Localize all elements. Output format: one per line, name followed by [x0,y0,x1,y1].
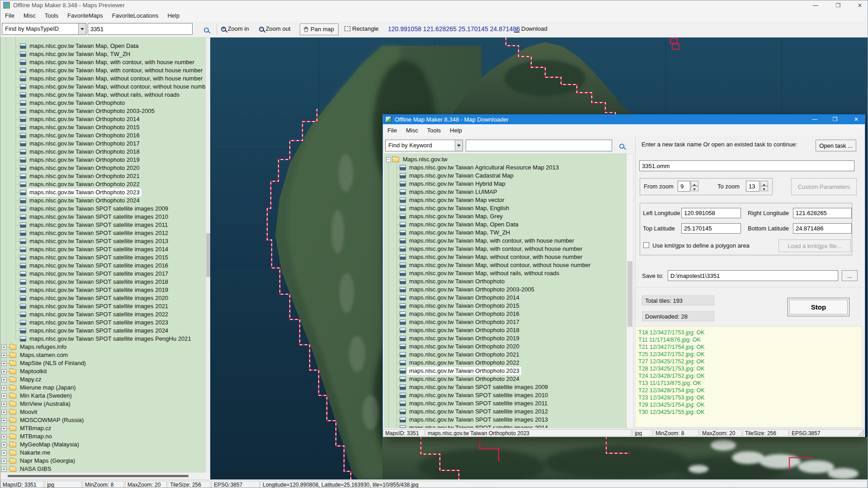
dialog-tree-vscrollbar[interactable] [626,154,634,429]
tree-item[interactable]: MyGeoMap (Malaysia) [0,441,205,449]
tree-item[interactable]: maps.nlsc.gov.tw Taiwan SPOT satellite i… [385,391,626,399]
dialog-minimize-button[interactable]: — [808,115,821,124]
tree-item[interactable]: maps.nlsc.gov.tw Taiwan Map, Grey [385,212,626,221]
dialog-close-button[interactable]: ✕ [849,115,863,124]
spinner-down-icon[interactable] [760,186,768,191]
tree-item[interactable]: maps.nlsc.gov.tw Taiwan Orthophoto 2022 [0,180,205,188]
tree-item[interactable]: maps.nlsc.gov.tw Taiwan Orthophoto 2024 [0,197,205,205]
expand-icon[interactable] [1,353,6,358]
tree-item[interactable]: maps.nlsc.gov.tw Taiwan SPOT satellite i… [0,262,205,270]
tree-item[interactable]: maps.nlsc.gov.tw Taiwan Map, without rai… [0,91,205,99]
tree-item[interactable]: maps.nlsc.gov.tw Taiwan Orthophoto 2018 [0,148,205,156]
left-tree-hscrollbar[interactable] [0,473,205,479]
tree-item[interactable]: maps.nlsc.gov.tw Taiwan Map vector [385,196,626,204]
expand-icon[interactable] [1,369,6,374]
tree-item[interactable]: Nakarte.me [0,449,205,457]
tree-item[interactable]: Mapy.cz [0,375,205,384]
tree-item[interactable]: MTBmap.no [0,432,205,441]
tree-item[interactable]: maps.nlsc.gov.tw Taiwan Hybrid Map [385,180,626,188]
tree-item[interactable]: maps.nlsc.gov.tw Taiwan SPOT satellite i… [0,213,205,221]
menu-item[interactable]: File [383,124,401,134]
to-zoom-input[interactable] [746,181,760,192]
resize-grip[interactable] [859,430,864,436]
expand-icon[interactable] [1,467,6,472]
tree-item[interactable]: Maptoolkit [0,367,205,375]
custom-parameters-button[interactable]: Custom Parameters [791,178,857,195]
tree-item[interactable]: maps.nlsc.gov.tw Taiwan SPOT satellite i… [0,253,205,262]
tree-item[interactable]: Maps.stamen.com [0,351,205,359]
expand-icon[interactable] [1,377,6,382]
tree-item[interactable]: maps.nlsc.gov.tw Taiwan Map, TW_ZH [0,50,205,58]
search-button[interactable] [198,24,214,35]
tree-item[interactable]: maps.nlsc.gov.tw Taiwan SPOT satellite i… [0,229,205,237]
tree-item[interactable]: maps.nlsc.gov.tw Taiwan Map, without con… [0,75,205,83]
tree-item[interactable]: maps.nlsc.gov.tw Taiwan SPOT satellite i… [385,399,626,408]
spinner-up-icon[interactable] [691,181,698,186]
to-zoom-stepper[interactable] [760,181,769,192]
download-log[interactable]: T18 12/3427/1753.jpg: OKT11 11/1714/876.… [635,326,862,427]
rectangle-select-button[interactable]: Rectangle [342,23,382,35]
top-latitude-input[interactable] [681,223,741,234]
tree-root-item[interactable]: Maps.nlsc.gov.tw [385,155,626,164]
tree-item[interactable]: maps.nlsc.gov.tw Taiwan SPOT satellite i… [0,270,205,278]
spinner-up-icon[interactable] [760,181,768,186]
tree-item[interactable]: Maps.refuges.info [0,343,205,351]
menu-item[interactable]: Help [445,124,467,134]
open-task-button[interactable]: Open task ... [816,140,856,151]
bottom-latitude-input[interactable] [793,223,852,234]
menu-item[interactable]: FavoriteLocations [108,10,163,19]
tree-item[interactable]: maps.nlsc.gov.tw Taiwan Agricultural Res… [385,164,626,172]
search-input[interactable] [88,23,193,35]
load-kml-button[interactable]: Load a kml/gpx file... [778,239,851,252]
tree-item[interactable]: maps.nlsc.gov.tw Taiwan Orthophoto 2024 [385,375,626,383]
expand-icon[interactable] [1,442,6,447]
tree-item[interactable]: maps.nlsc.gov.tw Taiwan Map, TW_ZH [385,229,626,237]
tree-item[interactable]: Mierune map (Japan) [0,384,205,392]
expand-icon[interactable] [1,385,6,390]
expand-icon[interactable] [1,459,6,464]
tree-item[interactable]: maps.nlsc.gov.tw Taiwan SPOT satellite i… [385,408,626,416]
tree-item[interactable]: maps.nlsc.gov.tw Taiwan Map, with contou… [0,66,205,75]
tree-item[interactable]: maps.nlsc.gov.tw Taiwan SPOT satellite i… [0,302,205,310]
spinner-down-icon[interactable] [691,186,698,191]
browse-button[interactable]: ... [842,270,858,281]
tree-item[interactable]: Napr Maps (Georgia) [0,457,205,465]
tree-item[interactable]: maps.nlsc.gov.tw Taiwan Orthophoto 2015 [385,302,626,310]
tree-item[interactable]: maps.nlsc.gov.tw Taiwan Orthophoto 2022 [385,359,626,367]
tree-item[interactable]: maps.nlsc.gov.tw Taiwan SPOT satellite i… [0,237,205,245]
tree-item[interactable]: maps.nlsc.gov.tw Taiwan LUIMAP [385,188,626,196]
tree-item[interactable]: maps.nlsc.gov.tw Taiwan Map, Open Data [0,42,205,50]
tree-item[interactable]: maps.nlsc.gov.tw Taiwan Cadastral Map [385,172,626,180]
chevron-down-icon[interactable] [455,140,462,151]
tree-item[interactable]: maps.nlsc.gov.tw Taiwan SPOT satellite i… [385,383,626,391]
tree-item[interactable]: maps.nlsc.gov.tw Taiwan SPOT satellite i… [0,205,205,213]
tree-item[interactable]: maps.nlsc.gov.tw Taiwan Orthophoto 2021 [385,351,626,359]
tree-item[interactable]: maps.nlsc.gov.tw Taiwan Orthophoto [0,99,205,107]
tree-item[interactable]: maps.nlsc.gov.tw Taiwan Orthophoto 2019 [0,156,205,164]
kml-checkbox[interactable] [643,242,649,248]
chevron-down-icon[interactable] [78,23,86,34]
scroll-thumb[interactable] [627,261,632,327]
tree-item[interactable]: NASA GIBS [0,465,205,473]
tree-item[interactable]: maps.nlsc.gov.tw Taiwan Orthophoto 2015 [0,123,205,131]
dialog-titlebar[interactable]: Offline Map Maker 8.348 - Map Downloader… [383,115,865,124]
tree-item[interactable]: maps.nlsc.gov.tw Taiwan Orthophoto 2014 [385,294,626,302]
menu-item[interactable]: Help [163,10,184,19]
expand-icon[interactable] [1,450,6,455]
tree-item[interactable]: maps.nlsc.gov.tw Taiwan Orthophoto 2016 [0,131,205,140]
tree-item[interactable]: MinView (Australia) [0,400,205,408]
expand-icon[interactable] [1,361,6,366]
tree-item[interactable]: maps.nlsc.gov.tw Taiwan Orthophoto 2003-… [0,107,205,115]
expand-icon[interactable] [1,418,6,423]
task-name-input[interactable] [639,160,854,171]
tree-item[interactable]: maps.nlsc.gov.tw Taiwan Orthophoto 2014 [0,115,205,123]
tree-item[interactable]: maps.nlsc.gov.tw Taiwan Orthophoto 2020 [0,164,205,172]
tree-item[interactable]: maps.nlsc.gov.tw Taiwan SPOT satellite i… [0,221,205,229]
menu-item[interactable]: Tools [423,124,445,134]
tree-item[interactable]: maps.nlsc.gov.tw Taiwan Map, without con… [385,261,626,269]
tree-item[interactable]: maps.nlsc.gov.tw Taiwan Map, with contou… [385,245,626,253]
tree-item[interactable]: maps.nlsc.gov.tw Taiwan Orthophoto 2023 [385,367,626,375]
find-mode-select[interactable]: Find by MapsTypeID [2,23,86,35]
dialog-search-input[interactable] [466,140,612,151]
menu-item[interactable]: Misc [401,124,423,134]
